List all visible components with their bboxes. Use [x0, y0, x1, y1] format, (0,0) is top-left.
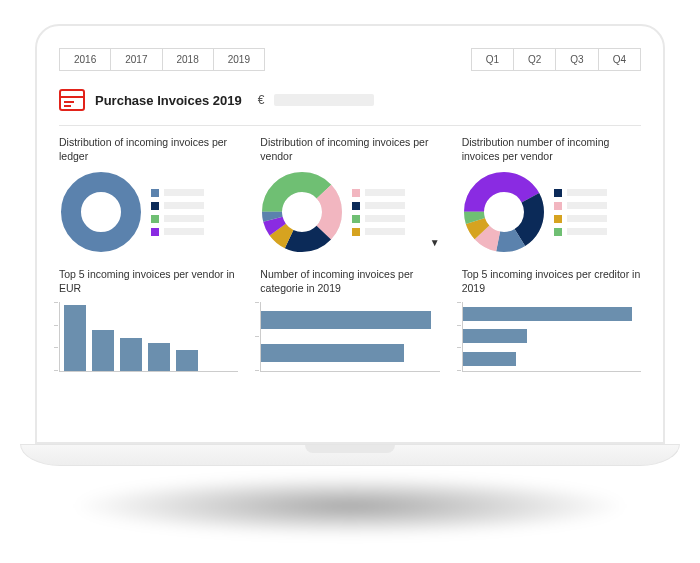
card-top5-creditor: Top 5 incoming invoices per creditor in …: [462, 268, 641, 372]
legend-item: [352, 202, 439, 210]
svg-rect-0: [60, 90, 84, 110]
legend: ▼: [352, 189, 439, 236]
card-title: Top 5 incoming invoices per vendor in EU…: [59, 268, 238, 296]
legend: [151, 189, 238, 236]
legend-item: [151, 202, 238, 210]
bar-chart-top5-vendor: [59, 302, 238, 372]
currency-symbol: €: [258, 93, 265, 107]
laptop-shadow: [70, 476, 630, 536]
donut-chart-vendor-count: [462, 170, 546, 254]
hbar-chart-category: [260, 302, 439, 372]
tab-year-2017[interactable]: 2017: [110, 48, 161, 71]
legend-item: [352, 215, 439, 223]
svg-point-4: [71, 182, 131, 242]
card-category-count: Number of incoming invoices per categori…: [260, 268, 439, 372]
charts-grid: Distribution of incoming invoices per le…: [59, 136, 641, 372]
donut-chart-vendor: [260, 170, 344, 254]
card-title: Top 5 incoming invoices per creditor in …: [462, 268, 641, 296]
divider: [59, 125, 641, 126]
legend-item: [151, 189, 238, 197]
legend-item: [554, 228, 641, 236]
tab-year-2016[interactable]: 2016: [59, 48, 110, 71]
donut-chart-ledger: [59, 170, 143, 254]
tab-q4[interactable]: Q4: [598, 48, 641, 71]
total-amount-placeholder: [274, 94, 374, 106]
card-ledger-distribution: Distribution of incoming invoices per le…: [59, 136, 238, 254]
card-top5-vendor-eur: Top 5 incoming invoices per vendor in EU…: [59, 268, 238, 372]
dashboard-screen: 2016 2017 2018 2019 Q1 Q2 Q3 Q4: [35, 24, 665, 444]
page-title: Purchase Invoices 2019: [95, 93, 242, 108]
card-title: Number of incoming invoices per categori…: [260, 268, 439, 296]
card-vendor-count-distribution: Distribution number of incoming invoices…: [462, 136, 641, 254]
quarter-tabs: Q1 Q2 Q3 Q4: [471, 48, 641, 71]
year-tabs: 2016 2017 2018 2019: [59, 48, 265, 71]
page-title-row: Purchase Invoices 2019 €: [59, 89, 641, 111]
card-vendor-distribution: Distribution of incoming invoices per ve…: [260, 136, 439, 254]
tab-q2[interactable]: Q2: [513, 48, 555, 71]
card-title: Distribution of incoming invoices per le…: [59, 136, 238, 164]
tab-q1[interactable]: Q1: [471, 48, 513, 71]
legend-item: [352, 189, 439, 197]
tab-year-2019[interactable]: 2019: [213, 48, 265, 71]
tab-year-2018[interactable]: 2018: [162, 48, 213, 71]
laptop-notch: [305, 445, 395, 453]
card-title: Distribution of incoming invoices per ve…: [260, 136, 439, 164]
chevron-down-icon[interactable]: ▼: [430, 237, 440, 248]
hbar-chart-creditor: [462, 302, 641, 372]
laptop-frame: 2016 2017 2018 2019 Q1 Q2 Q3 Q4: [35, 24, 665, 536]
legend-item: [151, 228, 238, 236]
tab-q3[interactable]: Q3: [555, 48, 597, 71]
legend-item: [151, 215, 238, 223]
legend-item: [554, 202, 641, 210]
legend: [554, 189, 641, 236]
card-title: Distribution number of incoming invoices…: [462, 136, 641, 164]
invoice-icon: [59, 89, 85, 111]
legend-item: [554, 189, 641, 197]
legend-item: [352, 228, 439, 236]
filter-row: 2016 2017 2018 2019 Q1 Q2 Q3 Q4: [59, 48, 641, 71]
legend-item: [554, 215, 641, 223]
laptop-base: [20, 444, 680, 466]
